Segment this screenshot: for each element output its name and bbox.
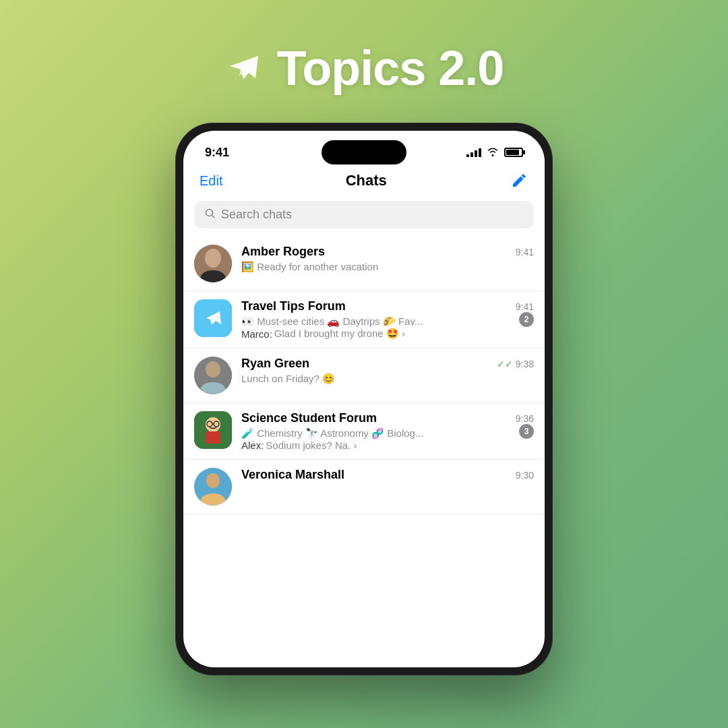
avatar-ryan — [194, 357, 232, 394]
chat-name-amber: Amber Rogers — [241, 245, 325, 259]
chat-time-ryan: 9:38 — [516, 359, 534, 369]
avatar-veronica — [194, 468, 232, 506]
chat-sender-science: Alex: — [241, 439, 264, 451]
chat-list: Amber Rogers 9:41 🖼️ Ready for another v… — [183, 237, 545, 667]
svg-point-15 — [206, 473, 220, 488]
nav-bar: Edit Chats — [183, 169, 545, 198]
chat-item-science[interactable]: Science Student Forum 9:36 🧪 Chemistry 🔭… — [183, 403, 545, 460]
compose-button[interactable] — [510, 171, 528, 190]
chat-text-science: Sodium jokes? Na. › — [266, 439, 357, 451]
avatar-travel — [194, 299, 232, 337]
chat-preview-science-1: 🧪 Chemistry 🔭 Astronomy 🧬 Biolog... — [241, 427, 534, 439]
nav-title: Chats — [346, 172, 387, 189]
phone-mockup: 9:41 — [175, 123, 553, 675]
chat-sender-travel: Marco: — [241, 328, 272, 340]
search-icon — [205, 208, 216, 222]
avatar-science — [194, 411, 232, 449]
signal-bars-icon — [466, 148, 481, 157]
chat-content-travel: Travel Tips Forum 9:41 👀 Must-see cities… — [241, 299, 534, 340]
chat-name-ryan: Ryan Green — [241, 357, 309, 371]
chat-item-ryan[interactable]: Ryan Green ✓✓ 9:38 Lunch on Friday? 😊 — [183, 348, 545, 403]
chat-item-amber[interactable]: Amber Rogers 9:41 🖼️ Ready for another v… — [183, 237, 545, 291]
svg-rect-10 — [206, 431, 220, 444]
chat-item-veronica[interactable]: Veronica Marshall 9:30 — [183, 460, 545, 514]
svg-point-3 — [205, 249, 221, 268]
chat-text-travel: Glad I brought my drone 🤩 › — [274, 328, 405, 340]
chat-content-veronica: Veronica Marshall 9:30 — [241, 468, 534, 484]
chat-preview-amber: 🖼️ Ready for another vacation — [241, 261, 534, 273]
chat-time-science: 9:36 — [516, 413, 534, 424]
chat-time-travel: 9:41 — [516, 301, 534, 312]
app-header: Topics 2.0 — [224, 40, 504, 96]
search-bar[interactable]: Search chats — [194, 201, 534, 229]
chat-time-amber: 9:41 — [516, 247, 534, 257]
checkmark-icon: ✓✓ — [497, 359, 513, 369]
chat-name-travel: Travel Tips Forum — [241, 299, 346, 313]
status-icons — [466, 147, 523, 158]
svg-point-9 — [206, 417, 220, 432]
chat-content-ryan: Ryan Green ✓✓ 9:38 Lunch on Friday? 😊 — [241, 357, 534, 385]
chat-time-veronica: 9:30 — [516, 470, 534, 481]
chat-name-veronica: Veronica Marshall — [241, 468, 344, 482]
badge-science: 3 — [519, 424, 534, 439]
chat-name-science: Science Student Forum — [241, 411, 377, 425]
phone-screen: 9:41 — [183, 131, 545, 667]
chat-preview-travel-2: Marco: Glad I brought my drone 🤩 › — [241, 328, 534, 340]
edit-button[interactable]: Edit — [200, 173, 222, 189]
wifi-icon — [487, 147, 499, 158]
chat-content-amber: Amber Rogers 9:41 🖼️ Ready for another v… — [241, 245, 534, 273]
app-title: Topics 2.0 — [277, 40, 504, 96]
search-placeholder: Search chats — [221, 208, 292, 222]
dynamic-island — [322, 140, 406, 164]
battery-icon — [504, 148, 523, 157]
avatar-amber — [194, 245, 232, 282]
telegram-icon — [224, 48, 265, 88]
time-check-ryan: ✓✓ 9:38 — [497, 359, 534, 369]
search-container: Search chats — [183, 198, 545, 237]
chat-preview-science-2: Alex: Sodium jokes? Na. › — [241, 439, 534, 451]
chat-item-travel[interactable]: Travel Tips Forum 9:41 👀 Must-see cities… — [183, 291, 545, 348]
svg-point-7 — [206, 361, 220, 377]
chat-preview-ryan: Lunch on Friday? 😊 — [241, 373, 534, 385]
status-time: 9:41 — [205, 146, 229, 160]
badge-travel: 2 — [519, 312, 534, 327]
chat-content-science: Science Student Forum 9:36 🧪 Chemistry 🔭… — [241, 411, 534, 451]
chat-preview-travel-1: 👀 Must-see cities 🚗 Daytrips 🌮 Fav... — [241, 315, 534, 328]
